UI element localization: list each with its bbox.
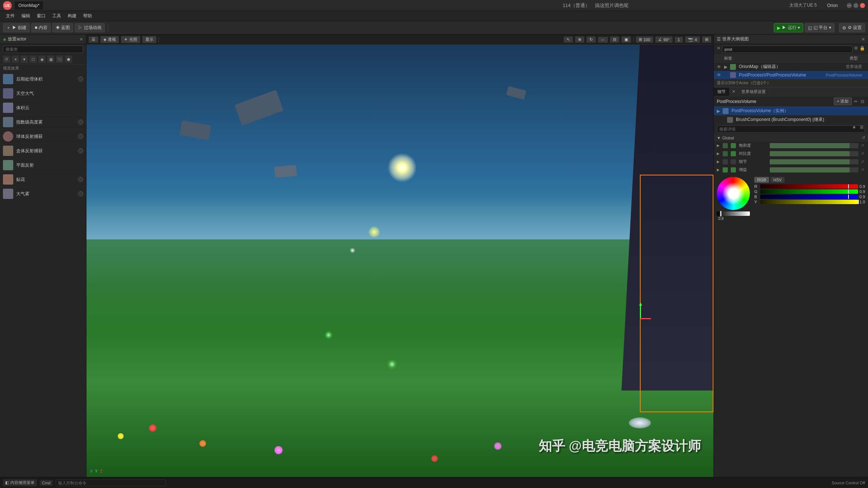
menu-file[interactable]: 文件 [3,12,18,20]
surface-tool[interactable]: ⊟ [610,36,619,43]
show-button[interactable]: 显示 [142,36,156,43]
det-check[interactable] [723,159,728,164]
info-icon-5[interactable]: ⓘ [78,148,83,153]
gain-bar[interactable] [770,167,858,172]
con-bar[interactable] [770,151,858,156]
grid-button[interactable]: ⊞ 100 [636,36,653,43]
scale-tool[interactable]: ↔ [598,37,608,43]
icon-btn-5[interactable]: ◉ [38,56,46,63]
maximize-button[interactable]: □ [853,3,858,8]
details-grid-icon[interactable]: ⊞ [860,125,864,130]
copy-icon[interactable]: ⊟ [860,98,865,105]
icon-btn-2[interactable]: ☀ [12,56,19,63]
list-item-planereflect[interactable]: 平面反射 [0,158,86,172]
list-item-volcloud[interactable]: 体积云 [0,101,86,115]
cam-speed-button[interactable]: 📷 4 [685,36,700,43]
gain-check[interactable] [723,167,728,172]
g-bar[interactable] [760,189,858,194]
select-tool[interactable]: ↖ [564,36,573,43]
menu-edit[interactable]: 编辑 [18,12,33,20]
search-input[interactable] [3,46,83,53]
list-item-spherereflect[interactable]: 球体反射捕获 ⓘ [0,129,86,144]
outliner-close[interactable]: ✕ [861,37,865,42]
con-reset[interactable]: ↺ [860,151,865,156]
expand-instance[interactable]: ▶ [717,108,721,114]
list-item-boxreflect[interactable]: 盒体反射捕获 ⓘ [0,144,86,158]
close-button[interactable]: ✕ [860,3,865,8]
color-wheel[interactable] [717,177,750,210]
outliner-row-ppv[interactable]: 👁 PostProcessVPostProcessVolume PostProc… [714,71,868,79]
list-item-atmofog[interactable]: 大气雾 ⓘ [0,187,86,201]
create-button[interactable]: ＋ ▶ 创建 [3,23,30,32]
eye-orionmap[interactable]: 👁 [717,64,723,70]
left-panel-close[interactable]: ✕ [79,37,83,42]
outliner-search-input[interactable] [722,46,853,53]
outliner-row-orionmap[interactable]: 👁 ▶ OrionMap（编辑器） 世界场景 [714,63,868,71]
mode-tool[interactable]: ▣ [621,36,631,43]
expand-orionmap[interactable]: ▶ [724,64,729,70]
sat-check2[interactable] [731,143,736,148]
sat-reset[interactable]: ↺ [860,143,865,148]
y-bar[interactable] [760,200,858,204]
details-tab-close[interactable]: ✕ [730,88,738,96]
menu-help[interactable]: 帮助 [80,12,95,20]
brightness-bar[interactable]: 0.9 [717,211,750,216]
content-drawer-button[interactable]: ◧ 内容侧滑菜单 [3,479,37,486]
minimize-button[interactable]: — [847,3,852,8]
sat-expand[interactable]: ▶ [717,143,721,147]
layout-button[interactable]: ⊞ [702,36,711,43]
detail-instance-row[interactable]: ▶ PostProcessVolume（实例） [714,107,868,115]
icon-btn-8[interactable]: ⬟ [65,56,72,63]
info-icon-7[interactable]: ⓘ [78,177,83,182]
window-controls[interactable]: — □ ✕ [847,3,865,8]
con-expand[interactable]: ▶ [717,152,721,156]
menu-build[interactable]: 构建 [65,12,79,20]
play-button[interactable]: ▶ ▶ 运行 ▾ [774,23,803,32]
content-button[interactable]: ■ 内容 [31,23,51,32]
angle-button[interactable]: ∠ 90° [655,36,673,43]
icon-btn-4[interactable]: ⬡ [29,56,37,63]
det-expand[interactable]: ▶ [717,160,721,164]
tab-hsv[interactable]: HSV [770,177,785,183]
info-icon-4[interactable]: ⓘ [78,134,83,139]
det-bar[interactable] [770,159,858,164]
eye-ppv[interactable]: 👁 [717,72,723,78]
gain-reset[interactable]: ↺ [860,167,865,172]
details-star-icon[interactable]: ★ [852,125,856,130]
perspective-button[interactable]: ◈ 透视 [100,36,119,43]
con-check[interactable] [723,151,728,156]
scale-button[interactable]: 1 [675,37,683,43]
con-check2[interactable] [731,151,736,156]
icon-btn-3[interactable]: ▼ [21,56,28,63]
settings-button[interactable]: ⚙ ⚙ 设置 [839,23,865,32]
menu-window[interactable]: 窗口 [34,12,49,20]
settings-small-icon[interactable]: ⚙ [854,46,858,53]
gain-check2[interactable] [731,167,736,172]
cmd-button[interactable]: Cmd [40,480,53,486]
hamburger-button[interactable]: ☰ [89,36,98,43]
icon-btn-7[interactable]: ⬛ [56,56,63,63]
cinematic-button[interactable]: ▷ 过场动画 [75,23,104,32]
color-selector[interactable] [731,191,734,195]
platform-button[interactable]: ◱ ◱ 平台 ▾ [805,23,835,32]
global-section[interactable]: ▼ Global ↺ [714,134,868,142]
list-item-expfog[interactable]: 指数级高度雾 ⓘ [0,115,86,129]
tab-rgb[interactable]: RGB [754,177,769,183]
global-reset-icon[interactable]: ↺ [862,135,865,140]
add-button[interactable]: + 添加 [834,97,852,105]
menu-tools[interactable]: 工具 [49,12,64,20]
viewport-canvas[interactable]: X Y Z 知乎 @电竞电脑方案设计师 [86,45,713,477]
det-check2[interactable] [731,159,736,164]
info-icon-3[interactable]: ⓘ [78,120,83,125]
sat-check[interactable] [723,143,728,148]
console-input[interactable] [56,480,166,486]
list-item-decal[interactable]: 贴花 ⓘ [0,172,86,187]
snap-tool[interactable]: ⊕ [575,36,584,43]
info-icon-0[interactable]: ⓘ [78,76,83,82]
lock-icon[interactable]: 🔒 [860,46,865,53]
list-item-skyatmo[interactable]: 天空大气 [0,86,86,101]
det-reset[interactable]: ↺ [860,159,865,164]
list-item-postprocess[interactable]: 后期处理体积 ⓘ [0,72,86,86]
b-bar[interactable] [760,195,858,199]
sat-bar[interactable] [770,143,858,148]
